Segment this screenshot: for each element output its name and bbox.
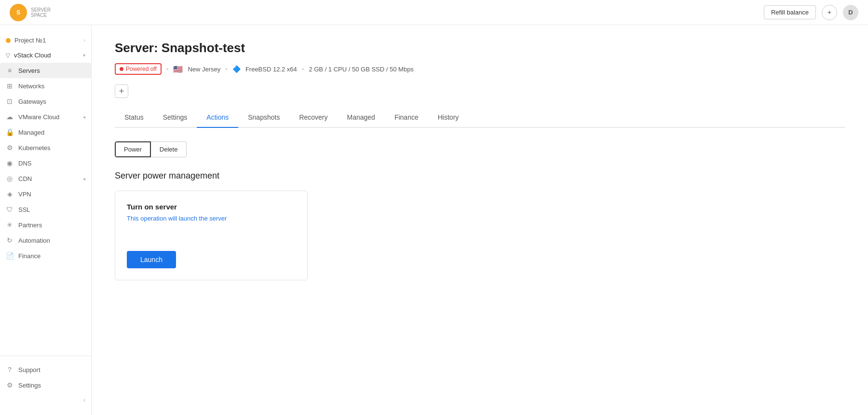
sidebar-label-gateways: Gateways	[18, 98, 46, 105]
sidebar-label-managed: Managed	[18, 129, 44, 136]
cdn-chevron: ◂	[83, 176, 85, 181]
sidebar-item-managed[interactable]: 🔒 Managed	[0, 124, 91, 140]
sidebar-label-support: Support	[18, 366, 41, 374]
gateways-icon: ⊡	[6, 97, 14, 105]
power-card-description: This operation will launch the server	[127, 215, 296, 222]
top-header: S SERVER SPACE Refill balance + D	[0, 0, 868, 25]
sidebar-label-ssl: SSL	[18, 206, 30, 213]
sidebar-item-dns[interactable]: ◉ DNS	[0, 155, 91, 171]
logo-icon: S	[10, 4, 27, 21]
sidebar-item-vpn[interactable]: ◈ VPN	[0, 186, 91, 202]
main-content: Server: Snapshot-test Powered off • 🇺🇸 N…	[92, 25, 868, 415]
page-title: Server: Snapshot-test	[115, 41, 845, 55]
sidebar-label-automation: Automation	[18, 237, 50, 244]
tabs: Status Settings Actions Snapshots Recove…	[115, 108, 845, 128]
servers-icon: ≡	[6, 67, 14, 74]
sidebar-item-ssl[interactable]: 🛡 SSL	[0, 202, 91, 217]
sidebar-label-settings: Settings	[18, 382, 41, 389]
sidebar-item-automation[interactable]: ↻ Automation	[0, 233, 91, 248]
sub-tab-power[interactable]: Power	[115, 141, 151, 157]
power-card: Turn on server This operation will launc…	[115, 191, 308, 280]
partners-icon: ✳	[6, 221, 14, 229]
sub-tabs: Power Delete	[115, 141, 845, 157]
sidebar-item-gateways[interactable]: ⊡ Gateways	[0, 94, 91, 109]
vmware-icon: ☁	[6, 113, 14, 121]
sidebar-item-settings[interactable]: ⚙ Settings	[0, 377, 91, 393]
project-label: Project №1	[14, 37, 46, 44]
group-chevron: ▾	[83, 53, 85, 58]
tab-status[interactable]: Status	[115, 108, 153, 128]
sidebar-group-label: vStack Cloud	[14, 52, 51, 59]
flag-icon: 🇺🇸	[173, 65, 183, 74]
sidebar-label-partners: Partners	[18, 221, 42, 229]
vmware-chevron: ◂	[83, 114, 85, 120]
sidebar-project[interactable]: Project №1 ›	[0, 33, 91, 48]
sidebar: Project №1 › ▽ vStack Cloud ▾ ≡ Servers …	[0, 25, 92, 415]
server-os: FreeBSD 12.2 x64	[245, 66, 297, 73]
automation-icon: ↻	[6, 236, 14, 244]
tab-managed[interactable]: Managed	[338, 108, 385, 128]
sidebar-item-vmware[interactable]: ☁ VMware Cloud ◂	[0, 109, 91, 124]
sidebar-label-vpn: VPN	[18, 191, 31, 198]
sep1: •	[166, 66, 169, 73]
sep2: •	[225, 66, 228, 73]
sidebar-label-vmware: VMware Cloud	[18, 113, 59, 121]
sidebar-label-cdn: CDN	[18, 175, 32, 182]
server-location: New Jersey	[188, 66, 220, 73]
tab-history[interactable]: History	[428, 108, 469, 128]
sidebar-item-networks[interactable]: ⊞ Networks	[0, 78, 91, 94]
ssl-icon: 🛡	[6, 206, 14, 213]
vpn-icon: ◈	[6, 190, 14, 198]
sidebar-label-dns: DNS	[18, 160, 31, 167]
add-icon-button[interactable]: +	[822, 5, 837, 20]
tab-settings[interactable]: Settings	[153, 108, 197, 128]
tab-snapshots[interactable]: Snapshots	[238, 108, 289, 128]
tab-actions[interactable]: Actions	[197, 108, 238, 128]
section-title: Server power management	[115, 171, 845, 181]
sidebar-label-servers: Servers	[18, 67, 40, 74]
layout: Project №1 › ▽ vStack Cloud ▾ ≡ Servers …	[0, 25, 868, 415]
sidebar-item-cdn[interactable]: ◎ CDN ◂	[0, 171, 91, 186]
powered-off-label: Powered off	[126, 66, 157, 72]
logo-area: S SERVER SPACE	[10, 4, 51, 21]
power-card-title: Turn on server	[127, 203, 296, 211]
status-bar: Powered off • 🇺🇸 New Jersey • 🔷 FreeBSD …	[115, 63, 845, 75]
powered-off-badge: Powered off	[115, 63, 162, 75]
sidebar-label-finance: Finance	[18, 252, 41, 260]
refill-balance-button[interactable]: Refill balance	[764, 5, 816, 19]
sidebar-item-servers[interactable]: ≡ Servers	[0, 63, 91, 78]
sidebar-label-networks: Networks	[18, 83, 44, 90]
dns-icon: ◉	[6, 159, 14, 167]
tab-finance[interactable]: Finance	[385, 108, 428, 128]
logo-text: SERVER SPACE	[31, 7, 51, 18]
powered-off-dot	[120, 67, 123, 71]
server-specs: 2 GB / 1 CPU / 50 GB SSD / 50 Mbps	[309, 66, 413, 73]
sidebar-group-vstack[interactable]: ▽ vStack Cloud ▾	[0, 48, 91, 63]
sep3: •	[302, 66, 304, 73]
finance-icon: 📄	[6, 252, 14, 260]
sub-tab-delete[interactable]: Delete	[151, 141, 187, 157]
kubernetes-icon: ⚙	[6, 144, 14, 152]
project-dot	[6, 38, 11, 43]
user-avatar[interactable]: D	[843, 5, 858, 20]
sidebar-item-kubernetes[interactable]: ⚙ Kubernetes	[0, 140, 91, 155]
cdn-icon: ◎	[6, 175, 14, 182]
add-button[interactable]: +	[115, 84, 128, 98]
bsd-icon: 🔷	[232, 65, 241, 73]
project-chevron: ›	[84, 38, 85, 43]
tab-recovery[interactable]: Recovery	[289, 108, 337, 128]
managed-icon: 🔒	[6, 128, 14, 136]
header-right: Refill balance + D	[764, 5, 858, 20]
sidebar-bottom: ? Support ⚙ Settings ‹	[0, 356, 91, 407]
sidebar-label-kubernetes: Kubernetes	[18, 144, 51, 152]
settings-icon: ⚙	[6, 381, 14, 389]
sidebar-collapse-button[interactable]: ‹	[0, 393, 91, 407]
collapse-icon: ‹	[83, 397, 85, 403]
vstack-icon: ▽	[6, 52, 10, 59]
sidebar-item-support[interactable]: ? Support	[0, 362, 91, 377]
sidebar-item-finance[interactable]: 📄 Finance	[0, 248, 91, 263]
sidebar-item-partners[interactable]: ✳ Partners	[0, 217, 91, 233]
launch-button[interactable]: Launch	[127, 251, 176, 268]
networks-icon: ⊞	[6, 82, 14, 90]
support-icon: ?	[6, 366, 14, 374]
